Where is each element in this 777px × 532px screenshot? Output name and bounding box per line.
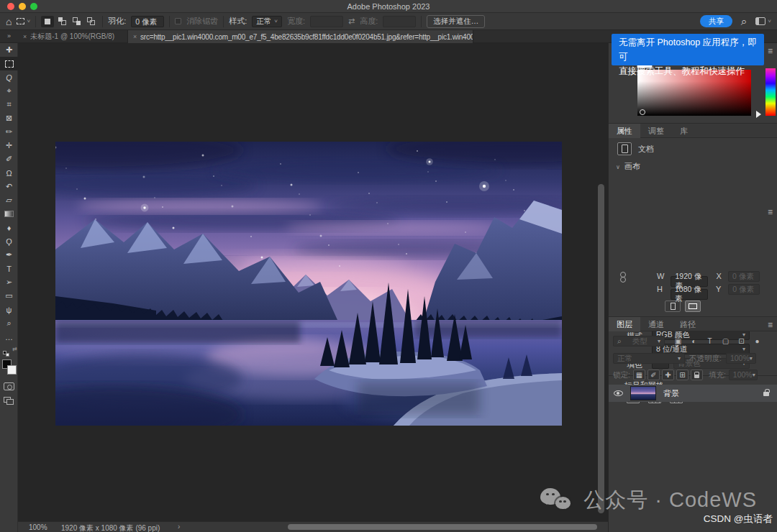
- feather-input[interactable]: 0 像素: [131, 16, 164, 27]
- panel-menu-icon[interactable]: ≡: [768, 320, 773, 330]
- swap-colors-icon[interactable]: ⇄: [12, 346, 17, 352]
- new-selection-icon: [45, 19, 50, 24]
- filter-adjustment-layers-icon[interactable]: ◐: [688, 336, 700, 347]
- filter-shape-layers-icon[interactable]: ▢: [719, 336, 732, 347]
- canvas-y-input[interactable]: 0 像素: [728, 284, 760, 295]
- portrait-orientation-button[interactable]: [665, 301, 681, 312]
- tool-eyedropper[interactable]: ✏: [0, 125, 18, 139]
- antialias-checkbox[interactable]: [175, 18, 181, 24]
- tool-gradient[interactable]: [0, 207, 18, 221]
- opacity-label: 不透明度:: [689, 354, 722, 364]
- tool-path-selection[interactable]: ➢: [0, 275, 18, 289]
- lock-all-icon[interactable]: [691, 370, 703, 380]
- background-color-swatch[interactable]: [7, 365, 17, 375]
- lock-image-icon[interactable]: ✐: [648, 370, 660, 380]
- panel-menu-icon[interactable]: ≡: [768, 46, 773, 56]
- lock-transparency-icon[interactable]: ▦: [633, 370, 645, 380]
- document-icon-button[interactable]: [617, 142, 632, 155]
- lock-artboard-icon[interactable]: ⊞: [676, 370, 689, 380]
- intersect-selection-button[interactable]: [84, 16, 97, 27]
- close-window-button[interactable]: [7, 3, 14, 10]
- workspace-switcher[interactable]: ˅: [755, 17, 771, 25]
- tab-channels[interactable]: 通道: [640, 317, 672, 331]
- search-icon: ⌕: [617, 336, 622, 346]
- tool-frame[interactable]: ⊠: [0, 111, 18, 125]
- hue-slider[interactable]: [765, 68, 776, 116]
- subtract-from-selection-button[interactable]: [70, 16, 83, 27]
- tool-hand[interactable]: ψ: [0, 303, 18, 316]
- document-tab-active[interactable]: × src=http__pic1.win4000.com_m00_e7_f5_4…: [128, 30, 473, 43]
- tab-adjustments[interactable]: 调整: [640, 124, 672, 138]
- filter-kind-dropdown[interactable]: ⌕ 类型 ▾: [613, 336, 665, 347]
- filter-smart-objects-icon[interactable]: ⊡: [735, 336, 748, 347]
- document-image[interactable]: [55, 142, 562, 426]
- tool-pen[interactable]: ✒: [0, 248, 18, 262]
- search-icon[interactable]: ⌕: [741, 15, 747, 28]
- zoom-level[interactable]: 100%: [29, 523, 47, 531]
- tool-brush[interactable]: ✐: [0, 152, 18, 166]
- tool-object-selection[interactable]: ⌖: [0, 84, 18, 98]
- tool-eraser[interactable]: ▱: [0, 193, 18, 207]
- filter-toggle-icon[interactable]: ●: [751, 336, 763, 347]
- tool-history-brush[interactable]: ↶: [0, 180, 18, 193]
- tool-dodge[interactable]: Ϙ: [0, 234, 18, 248]
- style-dropdown[interactable]: 正常 ˅: [252, 16, 282, 27]
- color-cursor[interactable]: [640, 109, 645, 115]
- layer-visibility-toggle[interactable]: [609, 389, 627, 398]
- default-colors-icon[interactable]: ⇄: [3, 348, 16, 357]
- width-input[interactable]: [310, 16, 343, 27]
- vertical-scrollbar[interactable]: [598, 184, 604, 513]
- titlebar: Adobe Photoshop 2023: [0, 0, 777, 13]
- tab-paths[interactable]: 路径: [672, 317, 704, 331]
- tab-layers[interactable]: 图层: [609, 317, 640, 331]
- tool-zoom[interactable]: ⌕: [0, 316, 18, 330]
- new-selection-button[interactable]: [41, 16, 54, 27]
- tool-clone-stamp[interactable]: Ω: [0, 166, 18, 180]
- quick-mask-button[interactable]: [4, 382, 14, 390]
- zoom-window-button[interactable]: [30, 3, 37, 10]
- canvas-x-input[interactable]: 0 像素: [728, 271, 760, 282]
- tool-move[interactable]: ✚: [0, 43, 18, 57]
- tool-edit-toolbar[interactable]: …: [0, 330, 18, 344]
- home-icon[interactable]: ⌂: [6, 16, 12, 27]
- tool-crop[interactable]: ⌗: [0, 98, 18, 111]
- constrain-link-icon[interactable]: [620, 272, 627, 288]
- tool-rectangular-marquee[interactable]: [0, 57, 18, 70]
- horizontal-scrollbar[interactable]: [288, 524, 597, 530]
- landscape-orientation-button[interactable]: [685, 301, 701, 312]
- share-button[interactable]: 共享: [700, 15, 732, 27]
- layer-row-background[interactable]: 背景: [609, 385, 777, 402]
- add-to-selection-button[interactable]: [55, 16, 68, 27]
- status-chevron-icon[interactable]: ›: [178, 523, 180, 531]
- height-row: H 1080 像素 Y 0 像素: [657, 284, 760, 300]
- tool-rectangle[interactable]: ▭: [0, 289, 18, 303]
- canvas-section-header[interactable]: ∨画布: [616, 161, 640, 172]
- tool-blur[interactable]: ♦: [0, 221, 18, 234]
- document-tab-untitled[interactable]: × 未标题-1 @ 100%(RGB/8): [18, 30, 128, 43]
- opacity-input[interactable]: 100%▾: [726, 353, 756, 364]
- filter-type-layers-icon[interactable]: T: [704, 336, 716, 347]
- tools-panel: ✚Q⌖⌗⊠✏✛✐Ω↶▱♦Ϙ✒T➢▭ψ⌕… ⇄: [0, 43, 18, 532]
- tool-preset-dropdown[interactable]: ˅: [17, 18, 30, 24]
- canvas-height-input[interactable]: 1080 像素: [671, 289, 708, 300]
- screen-mode-button[interactable]: [4, 397, 14, 405]
- fill-input[interactable]: 100%▾: [729, 370, 758, 380]
- filter-pixel-layers-icon[interactable]: ▣: [672, 336, 684, 347]
- blend-mode-dropdown[interactable]: 正常▾: [613, 353, 685, 364]
- hue-slider-arrow-icon[interactable]: [756, 111, 765, 118]
- toolbar-collapse-icon[interactable]: »: [0, 30, 18, 42]
- canvas-area[interactable]: [18, 43, 608, 521]
- tool-spot-healing-brush[interactable]: ✛: [0, 139, 18, 152]
- select-and-mask-button[interactable]: 选择并遮住…: [427, 15, 485, 28]
- tab-libraries[interactable]: 库: [672, 124, 696, 138]
- tool-type[interactable]: T: [0, 262, 18, 275]
- minimize-window-button[interactable]: [19, 3, 26, 10]
- lock-position-icon[interactable]: ✚: [662, 370, 674, 380]
- tool-lasso[interactable]: Q: [0, 70, 18, 84]
- close-tab-icon[interactable]: ×: [23, 33, 27, 40]
- swap-width-height-icon[interactable]: ⇄: [348, 17, 355, 26]
- tab-properties[interactable]: 属性: [609, 124, 640, 138]
- close-tab-icon[interactable]: ×: [133, 33, 137, 40]
- height-input[interactable]: [383, 16, 416, 27]
- layer-thumbnail[interactable]: [630, 386, 656, 400]
